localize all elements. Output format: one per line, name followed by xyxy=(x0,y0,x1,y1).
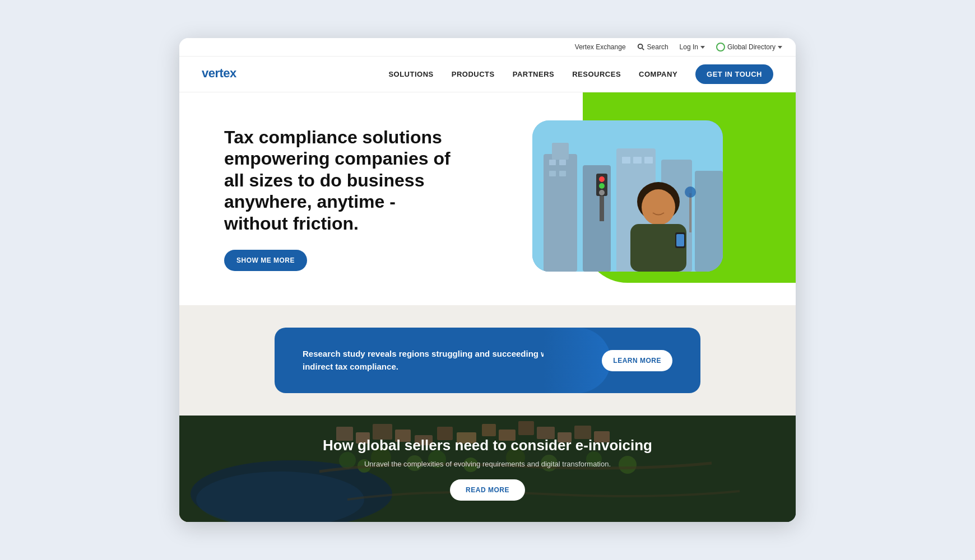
hero-image-svg xyxy=(532,120,723,272)
svg-point-28 xyxy=(685,186,696,198)
svg-rect-24 xyxy=(622,157,630,164)
nav-partners[interactable]: PARTNERS xyxy=(513,70,555,78)
svg-rect-5 xyxy=(552,143,569,160)
hero-heading: Tax compliance solutions empowering comp… xyxy=(224,127,459,234)
svg-rect-25 xyxy=(633,157,642,164)
search-icon xyxy=(637,43,645,51)
hero-text-block: Tax compliance solutions empowering comp… xyxy=(224,127,527,271)
nav-bar: vertex SOLUTIONS PRODUCTS PARTNERS RESOU… xyxy=(179,57,796,92)
svg-point-16 xyxy=(642,189,675,225)
svg-rect-23 xyxy=(559,171,566,176)
aerial-content: How global sellers need to consider e-in… xyxy=(300,437,675,501)
aerial-subtitle: Unravel the complexities of evolving req… xyxy=(323,460,652,468)
hero-image-area xyxy=(527,115,762,283)
search-label: Search xyxy=(647,43,668,51)
nav-resources[interactable]: RESOURCES xyxy=(572,70,621,78)
vertex-exchange-link[interactable]: Vertex Exchange xyxy=(575,43,626,51)
svg-rect-27 xyxy=(689,193,691,232)
globe-icon xyxy=(716,43,725,52)
svg-point-12 xyxy=(599,176,605,182)
hero-photo xyxy=(532,120,723,272)
directory-chevron-icon xyxy=(778,46,782,49)
nav-solutions[interactable]: SOLUTIONS xyxy=(388,70,433,78)
svg-line-1 xyxy=(642,48,644,50)
get-in-touch-button[interactable]: GET IN TOUCH xyxy=(695,64,773,84)
login-button[interactable]: Log In xyxy=(680,43,705,51)
learn-more-button[interactable]: LEARN MORE xyxy=(602,350,672,371)
svg-text:vertex: vertex xyxy=(202,66,237,80)
svg-rect-19 xyxy=(676,234,684,246)
banner-card: Research study reveals regions strugglin… xyxy=(275,328,700,393)
svg-rect-26 xyxy=(644,157,653,164)
global-directory-label: Global Directory xyxy=(727,43,776,51)
banner-text: Research study reveals regions strugglin… xyxy=(303,348,572,373)
aerial-section: How global sellers need to consider e-in… xyxy=(179,416,796,522)
read-more-button[interactable]: READ MORE xyxy=(450,479,525,501)
login-chevron-icon xyxy=(700,46,705,49)
browser-window: Vertex Exchange Search Log In Global Dir… xyxy=(179,38,796,522)
svg-rect-20 xyxy=(549,160,556,165)
logo[interactable]: vertex xyxy=(202,65,247,84)
svg-rect-9 xyxy=(695,171,723,272)
svg-point-13 xyxy=(599,183,605,189)
search-button[interactable]: Search xyxy=(637,43,668,51)
top-bar: Vertex Exchange Search Log In Global Dir… xyxy=(179,38,796,57)
global-directory-button[interactable]: Global Directory xyxy=(716,43,782,52)
svg-rect-22 xyxy=(549,171,556,176)
aerial-heading: How global sellers need to consider e-in… xyxy=(323,437,652,454)
nav-company[interactable]: COMPANY xyxy=(639,70,677,78)
login-label: Log In xyxy=(680,43,698,51)
hero-section: Tax compliance solutions empowering comp… xyxy=(179,92,796,305)
svg-point-14 xyxy=(599,190,605,195)
show-me-more-button[interactable]: SHOW ME MORE xyxy=(224,250,307,271)
banner-section: Research study reveals regions strugglin… xyxy=(179,305,796,416)
logo-svg: vertex xyxy=(202,65,247,81)
nav-products[interactable]: PRODUCTS xyxy=(452,70,495,78)
svg-rect-21 xyxy=(559,160,566,165)
svg-point-0 xyxy=(638,44,642,49)
